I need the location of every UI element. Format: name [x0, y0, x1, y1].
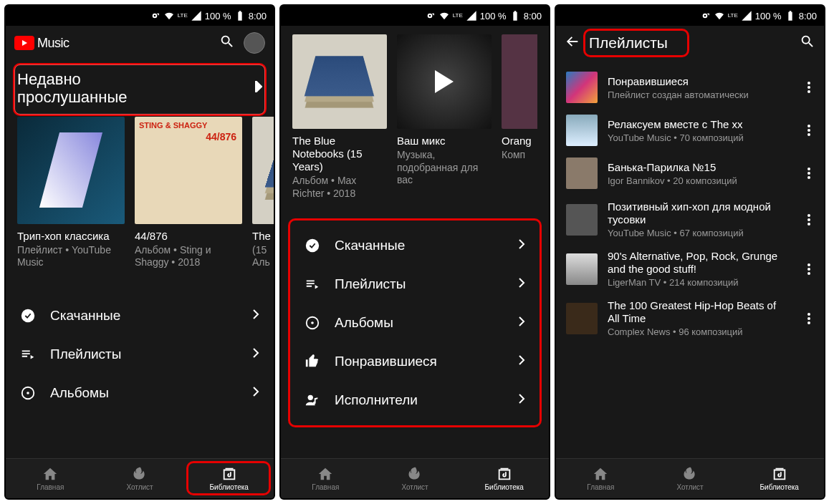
- playlist-title: Релаксуем вместе с The xx: [608, 118, 788, 131]
- search-icon[interactable]: [800, 34, 815, 52]
- recent-card[interactable]: Трип-хоп классика Плейлист • YouTube Mus…: [17, 117, 125, 269]
- clock: 8:00: [524, 11, 542, 21]
- recent-card[interactable]: The (15 Аль: [252, 117, 274, 269]
- card-title: 44/876: [135, 230, 242, 243]
- avatar[interactable]: [244, 32, 265, 54]
- phone-screen-3: LTE 100 % 8:00 Плейлисты ПонравившиесяПл…: [555, 4, 825, 500]
- playlist-list[interactable]: ПонравившиесяПлейлист создан автоматичес…: [556, 60, 824, 349]
- album-art: [252, 117, 274, 224]
- wifi-icon: [438, 10, 450, 21]
- tab-hotlist[interactable]: Хотлист: [646, 459, 735, 498]
- more-icon[interactable]: [798, 263, 820, 275]
- album-art: [135, 117, 242, 224]
- tab-hotlist[interactable]: Хотлист: [95, 459, 185, 498]
- album-art: [397, 34, 492, 129]
- recent-card-list[interactable]: The Blue Notebooks (15 Years) Альбом • M…: [281, 34, 549, 200]
- status-bar: LTE 100 % 8:00: [6, 6, 274, 26]
- svg-point-23: [807, 317, 810, 320]
- status-bar: LTE 100 % 8:00: [556, 6, 824, 26]
- playlist-title: The 100 Greatest Hip-Hop Beats of All Ti…: [608, 299, 788, 325]
- playlist-subtitle: YouTube Music • 67 композиций: [608, 228, 788, 238]
- playlist-row[interactable]: Позитивный хип-хоп для модной тусовкиYou…: [556, 195, 824, 244]
- card-subtitle: Плейлист • YouTube Music: [17, 244, 125, 269]
- lib-item-liked[interactable]: Понравившиеся: [290, 342, 540, 381]
- playlist-subtitle: Igor Bannikov • 20 композиций: [608, 175, 788, 186]
- vpn-key-icon: [699, 10, 711, 21]
- youtube-music-logo[interactable]: Music: [14, 36, 70, 51]
- svg-point-13: [807, 168, 810, 170]
- card-title: Трип-хоп классика: [17, 230, 125, 243]
- playlist-subtitle: YouTube Music • 70 композиций: [608, 132, 788, 143]
- svg-point-10: [807, 125, 810, 127]
- playlist-subtitle: Complex News • 96 композиций: [608, 326, 788, 337]
- lib-item-playlists[interactable]: Плейлисты: [290, 265, 540, 304]
- playlist-thumb: [566, 72, 598, 103]
- album-art: [292, 34, 387, 129]
- bottom-nav: Главная Хотлист Библиотека: [556, 458, 824, 498]
- recent-card[interactable]: Ваш микс Музыка, подобранная для вас: [397, 34, 492, 200]
- tab-home[interactable]: Главная: [556, 459, 646, 498]
- album-art: [17, 117, 125, 224]
- lib-item-downloads[interactable]: Скачанные: [290, 226, 540, 265]
- more-icon[interactable]: [798, 313, 820, 324]
- clock: 8:00: [799, 11, 817, 21]
- lib-item-downloads[interactable]: Скачанные: [6, 296, 274, 335]
- svg-point-16: [807, 214, 810, 217]
- recent-card[interactable]: Orang Комп: [502, 34, 537, 200]
- more-icon[interactable]: [798, 125, 820, 136]
- back-icon[interactable]: [565, 34, 580, 52]
- signal-icon: [466, 10, 477, 21]
- phone-screen-1: LTE 100 % 8:00 Music Недавнопрослушанные: [4, 4, 275, 500]
- battery-icon: [785, 10, 796, 21]
- svg-point-20: [807, 268, 810, 271]
- chevron-right-icon: [252, 309, 259, 322]
- tab-home[interactable]: Главная: [281, 459, 370, 498]
- vpn-key-icon: [149, 10, 160, 21]
- playlist-row[interactable]: Релаксуем вместе с The xxYouTube Music •…: [556, 109, 824, 152]
- playlist-row[interactable]: Банька-Парилка №15Igor Bannikov • 20 ком…: [556, 152, 824, 195]
- network-type: LTE: [453, 13, 463, 19]
- recent-section-header[interactable]: Недавнопрослушанные: [6, 60, 274, 117]
- more-icon[interactable]: [798, 214, 820, 226]
- lib-item-albums[interactable]: Альбомы: [290, 304, 540, 342]
- lib-item-albums[interactable]: Альбомы: [6, 374, 274, 412]
- search-icon[interactable]: [219, 34, 235, 52]
- svg-point-7: [807, 82, 810, 84]
- svg-point-24: [807, 321, 810, 324]
- svg-point-18: [807, 223, 810, 226]
- svg-point-2: [27, 392, 29, 394]
- album-icon: [20, 385, 36, 401]
- clock: 8:00: [249, 11, 267, 21]
- tab-library[interactable]: Библиотека: [734, 459, 824, 498]
- vpn-key-icon: [424, 10, 436, 21]
- tab-library[interactable]: Библиотека: [459, 459, 549, 498]
- card-subtitle: Музыка, подобранная для вас: [397, 149, 492, 187]
- thumbs-up-icon: [305, 354, 320, 369]
- playlist-row[interactable]: 90's Alternative, Pop, Rock, Grunge and …: [556, 244, 824, 294]
- network-type: LTE: [178, 13, 188, 19]
- recent-card-list[interactable]: Трип-хоп классика Плейлист • YouTube Mus…: [6, 117, 274, 269]
- wifi-icon: [163, 10, 175, 21]
- playlist-row[interactable]: ПонравившиесяПлейлист создан автоматичес…: [556, 66, 824, 109]
- recent-card[interactable]: 44/876 Альбом • Sting и Shaggy • 2018: [135, 117, 242, 269]
- lib-item-playlists[interactable]: Плейлисты: [6, 335, 274, 374]
- bottom-nav: Главная Хотлист Библиотека: [281, 458, 549, 498]
- tab-home[interactable]: Главная: [6, 459, 95, 498]
- tab-library[interactable]: Библиотека: [184, 459, 274, 498]
- more-icon[interactable]: [798, 82, 820, 93]
- playlist-thumb: [566, 253, 598, 285]
- svg-point-0: [21, 309, 34, 321]
- chevron-right-icon: [518, 278, 525, 291]
- recent-card[interactable]: The Blue Notebooks (15 Years) Альбом • M…: [292, 34, 387, 200]
- more-icon[interactable]: [798, 168, 820, 179]
- app-name: Music: [37, 36, 70, 51]
- playlist-title: 90's Alternative, Pop, Rock, Grunge and …: [608, 250, 788, 276]
- tab-hotlist[interactable]: Хотлист: [370, 459, 460, 498]
- lib-item-artists[interactable]: Исполнители: [290, 381, 540, 420]
- card-subtitle: Альбом • Sting и Shaggy • 2018: [135, 244, 242, 269]
- playlist-thumb: [566, 303, 598, 334]
- signal-icon: [191, 10, 202, 21]
- svg-point-8: [807, 86, 810, 89]
- playlist-row[interactable]: The 100 Greatest Hip-Hop Beats of All Ti…: [556, 294, 824, 343]
- svg-point-15: [807, 176, 810, 179]
